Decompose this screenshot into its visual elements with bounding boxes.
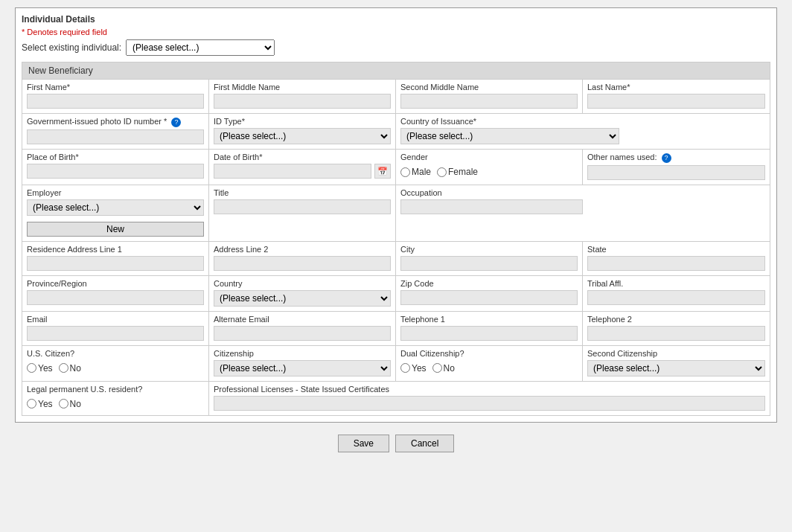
input-first-middle-name[interactable] (214, 94, 391, 109)
input-alt-email[interactable] (214, 326, 391, 341)
input-second-middle-name[interactable] (400, 94, 578, 109)
input-tribal[interactable] (587, 290, 765, 305)
input-zip[interactable] (400, 290, 578, 305)
legal-resident-no-radio[interactable] (59, 399, 68, 408)
input-last-name[interactable] (587, 94, 765, 109)
us-citizen-yes-text: Yes (38, 363, 53, 374)
row-address1: Residence Address Line 1 Address Line 2 … (22, 242, 770, 276)
cell-date-of-birth: Date of Birth* 📅 (209, 150, 396, 185)
input-telephone2[interactable] (587, 326, 765, 341)
cell-last-name: Last Name* (583, 80, 770, 113)
cell-province: Province/Region (22, 276, 209, 311)
input-email[interactable] (27, 326, 204, 341)
label-telephone2: Telephone 2 (587, 315, 765, 324)
cell-place-of-birth: Place of Birth* (22, 150, 209, 185)
input-province[interactable] (27, 290, 204, 305)
label-address-line2: Address Line 2 (214, 245, 391, 254)
cell-prof-licenses: Professional Licenses - State Issued Cer… (209, 382, 770, 415)
cell-gender: Gender Male Female (396, 150, 583, 185)
select-country-of-issuance[interactable]: (Please select...) (400, 128, 619, 144)
gender-male-radio[interactable] (400, 167, 410, 177)
dual-yes-label: Yes (400, 363, 427, 374)
cell-id-type: ID Type* (Please select...) (209, 114, 396, 149)
cell-tribal: Tribal Affl. (583, 276, 770, 311)
input-telephone1[interactable] (400, 326, 578, 341)
select-employer[interactable]: (Please select...) (27, 199, 204, 216)
gender-radio-group: Male Female (400, 167, 578, 177)
gender-male-text: Male (412, 167, 431, 177)
save-button[interactable]: Save (338, 435, 389, 452)
input-city[interactable] (400, 256, 578, 271)
label-zip: Zip Code (400, 279, 578, 288)
legal-resident-yes-radio[interactable] (27, 399, 36, 408)
gender-male-label: Male (400, 167, 431, 177)
label-place-of-birth: Place of Birth* (27, 153, 204, 161)
label-address-line1: Residence Address Line 1 (27, 245, 204, 254)
select-existing-row: Select existing individual: (Please sele… (22, 39, 770, 56)
required-note: * Denotes required field (22, 28, 770, 36)
input-other-names[interactable] (587, 165, 765, 180)
input-state[interactable] (587, 256, 765, 271)
cell-second-middle-name: Second Middle Name (396, 80, 583, 113)
dual-citizen-no-radio[interactable] (432, 363, 442, 373)
cancel-button[interactable]: Cancel (395, 435, 454, 452)
cell-dual-citizenship: Dual Citizenship? Yes No (396, 346, 583, 381)
label-dual-citizenship: Dual Citizenship? (400, 349, 578, 358)
dual-no-label: No (432, 363, 455, 374)
calendar-icon[interactable]: 📅 (374, 164, 391, 179)
cell-country-of-issuance: Country of Issuance* (Please select...) (396, 114, 770, 149)
cell-employer: Employer (Please select...) New (22, 185, 209, 241)
input-place-of-birth[interactable] (27, 164, 204, 179)
label-last-name: Last Name* (587, 83, 765, 92)
gender-female-radio[interactable] (437, 167, 447, 177)
label-state: State (587, 245, 765, 254)
input-title[interactable] (214, 199, 391, 214)
input-prof-licenses[interactable] (214, 396, 765, 411)
select-citizenship[interactable]: (Please select...) (214, 360, 391, 376)
dual-citizen-yes-radio[interactable] (400, 363, 410, 373)
label-employer: Employer (27, 188, 204, 197)
label-telephone1: Telephone 1 (400, 315, 578, 324)
other-names-help-icon[interactable]: ? (662, 153, 671, 163)
select-country[interactable]: (Please select...) (214, 290, 391, 307)
us-citizen-no-radio[interactable] (59, 363, 68, 373)
cell-us-citizen: U.S. Citizen? Yes No (22, 346, 209, 381)
label-country: Country (214, 279, 391, 288)
gov-id-help-icon[interactable]: ? (171, 118, 181, 127)
cell-occupation: Occupation (396, 185, 770, 241)
label-city: City (400, 245, 578, 254)
row-citizenship: U.S. Citizen? Yes No (22, 346, 770, 382)
label-gender: Gender (400, 153, 578, 161)
cell-title: Title (209, 185, 396, 241)
input-address-line1[interactable] (27, 256, 204, 271)
row-name: First Name* First Middle Name Second Mid… (22, 80, 770, 114)
label-us-citizen: U.S. Citizen? (27, 349, 204, 358)
cell-telephone2: Telephone 2 (583, 312, 770, 345)
us-citizen-no-text: No (70, 363, 81, 374)
cell-address-line1: Residence Address Line 1 (22, 242, 209, 275)
us-citizen-no-label: No (59, 363, 81, 374)
legal-yes-text: Yes (38, 399, 53, 409)
input-occupation[interactable] (400, 199, 583, 214)
employer-select-row: (Please select...) (27, 199, 204, 216)
label-gov-id: Government-issued photo ID number * ? (27, 117, 204, 127)
page-wrapper: Individual Details * Denotes required fi… (0, 0, 792, 467)
label-title: Title (214, 188, 391, 197)
label-date-of-birth: Date of Birth* (214, 153, 391, 161)
label-first-middle-name: First Middle Name (214, 83, 391, 92)
select-second-citizenship[interactable]: (Please select...) (587, 360, 765, 376)
new-employer-button[interactable]: New (27, 222, 204, 237)
input-first-name[interactable] (27, 94, 204, 109)
select-id-type[interactable]: (Please select...) (214, 128, 391, 144)
input-address-line2[interactable] (214, 256, 391, 271)
cell-second-citizenship: Second Citizenship (Please select...) (583, 346, 770, 381)
input-date-of-birth[interactable] (214, 164, 371, 179)
us-citizen-radio-group: Yes No (27, 363, 204, 374)
label-email: Email (27, 315, 204, 324)
select-existing-dropdown[interactable]: (Please select...) (126, 39, 275, 56)
input-gov-id[interactable] (27, 129, 204, 144)
us-citizen-yes-radio[interactable] (27, 363, 36, 373)
label-tribal: Tribal Affl. (587, 279, 765, 288)
legal-no-text: No (70, 399, 81, 409)
date-wrapper: 📅 (214, 164, 391, 179)
